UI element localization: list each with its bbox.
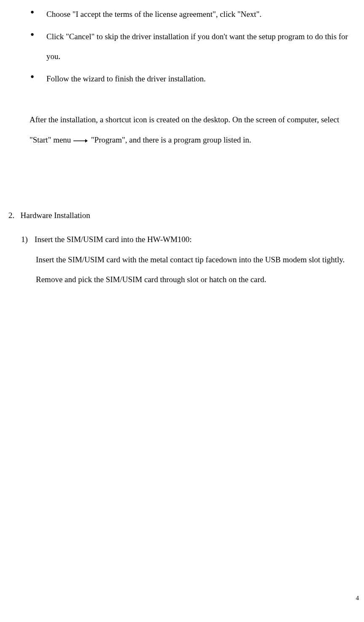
sub-item-number: 1) — [21, 235, 28, 244]
svg-marker-1 — [85, 139, 88, 143]
bullet-item: Follow the wizard to finish the driver i… — [30, 69, 358, 89]
section-title: Hardware Installation — [21, 211, 90, 220]
bullet-list: Choose "I accept the terms of the licens… — [30, 4, 358, 89]
bullet-text: Choose "I accept the terms of the licens… — [46, 10, 262, 19]
page-number: 4 — [356, 590, 359, 606]
sub-item: 1) Insert the SIM/USIM card into the HW-… — [21, 229, 358, 250]
sub-item-title: Insert the SIM/USIM card into the HW-WM1… — [35, 235, 192, 244]
bullet-item: Click "Cancel" to skip the driver instal… — [30, 27, 358, 67]
arrow-right-icon — [73, 130, 88, 151]
bullet-text: Click "Cancel" to skip the driver instal… — [46, 32, 348, 61]
paragraph-part-2: "Program", and there is a program group … — [91, 135, 251, 144]
sub-item-body-1: Insert the SIM/USIM card with the metal … — [36, 250, 353, 270]
post-install-paragraph: After the installation, a shortcut icon … — [30, 110, 353, 151]
sub-item-body-2: Remove and pick the SIM/USIM card throug… — [36, 269, 353, 290]
bullet-item: Choose "I accept the terms of the licens… — [30, 4, 358, 24]
section-heading: 2. Hardware Installation — [8, 205, 358, 226]
bullet-text: Follow the wizard to finish the driver i… — [46, 74, 206, 83]
section-number: 2. — [8, 211, 14, 220]
